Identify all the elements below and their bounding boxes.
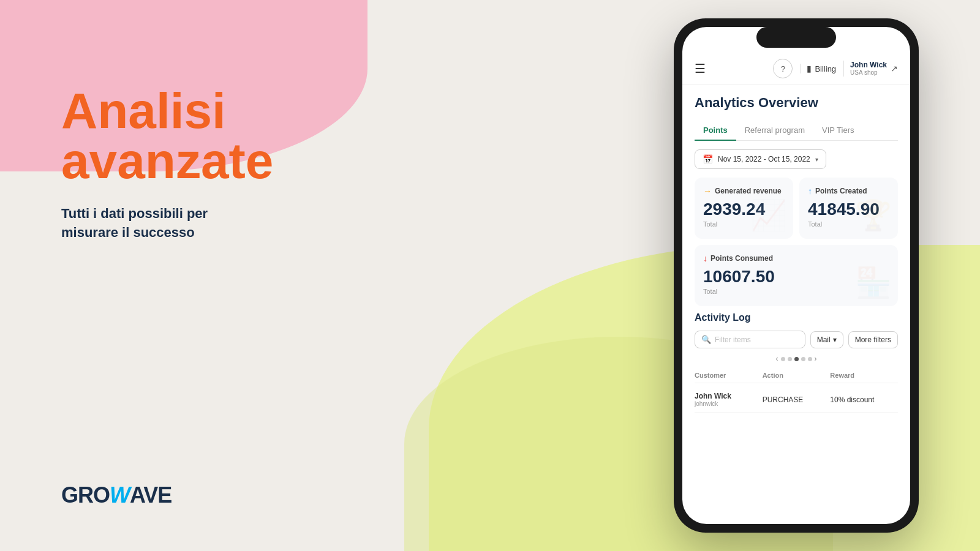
more-filters-button[interactable]: More filters bbox=[848, 331, 898, 348]
dot-3 bbox=[794, 357, 799, 361]
headline: Analisi avanzate bbox=[61, 86, 368, 186]
logo-ave: AVE bbox=[130, 482, 172, 508]
td-customer: John Wick johnwick bbox=[695, 392, 763, 407]
billing-button[interactable]: ▮ Billing bbox=[800, 64, 836, 73]
customer-sub: johnwick bbox=[695, 400, 763, 407]
help-button[interactable]: ? bbox=[773, 59, 793, 78]
menu-icon[interactable]: ☰ bbox=[695, 61, 706, 76]
logo: GROWAVE bbox=[61, 482, 172, 508]
arrow-icon-created: ↑ bbox=[808, 186, 812, 196]
billing-label: Billing bbox=[815, 64, 836, 73]
external-link-icon[interactable]: ↗ bbox=[891, 64, 898, 73]
headline-line1: Analisi bbox=[61, 86, 368, 136]
headline-line2: avanzate bbox=[61, 136, 368, 186]
th-customer: Customer bbox=[695, 372, 763, 379]
left-panel: Analisi avanzate Tutti i dati possibili … bbox=[0, 0, 417, 551]
mail-filter-button[interactable]: Mail ▾ bbox=[810, 331, 843, 348]
analytics-title: Analytics Overview bbox=[695, 95, 898, 111]
billing-icon: ▮ bbox=[807, 64, 812, 73]
th-action: Action bbox=[763, 372, 831, 379]
subheadline: Tutti i dati possibili per misurare il s… bbox=[61, 204, 270, 242]
dot-1 bbox=[781, 357, 785, 361]
search-input-wrap[interactable]: 🔍 Filter items bbox=[695, 331, 805, 348]
subheadline-line2: misurare il successo bbox=[61, 225, 195, 240]
pagination-dots: ‹ › bbox=[695, 354, 898, 363]
stat-card-points-consumed: ↓ Points Consumed 10607.50 Total 🏪 bbox=[695, 245, 898, 306]
arrow-icon-consumed: ↓ bbox=[703, 253, 707, 263]
pagination-prev[interactable]: ‹ bbox=[776, 354, 778, 363]
stats-grid: → Generated revenue 2939.24 Total 📈 ↑ Po… bbox=[695, 178, 898, 239]
search-icon: 🔍 bbox=[701, 335, 711, 344]
stat-label-consumed: Points Consumed bbox=[710, 254, 773, 263]
stat-label-row-consumed: ↓ Points Consumed bbox=[703, 253, 889, 263]
dot-2 bbox=[788, 357, 792, 361]
more-filters-label: More filters bbox=[855, 335, 891, 344]
phone: ☰ ? ▮ Billing John Wick USA shop ↗ bbox=[674, 18, 919, 533]
stat-label-revenue: Generated revenue bbox=[715, 187, 782, 195]
subheadline-line1: Tutti i dati possibili per bbox=[61, 206, 208, 221]
user-name: John Wick bbox=[850, 61, 887, 69]
table-row: John Wick johnwick PURCHASE 10% discount bbox=[695, 387, 898, 413]
td-reward: 10% discount bbox=[830, 395, 898, 404]
tab-referral[interactable]: Referral program bbox=[736, 121, 813, 141]
table-header: Customer Action Reward bbox=[695, 368, 898, 383]
tabs: Points Referral program VIP Tiers bbox=[695, 121, 898, 141]
date-range-label: Nov 15, 2022 - Oct 15, 2022 bbox=[718, 155, 810, 163]
activity-table: Customer Action Reward John Wick johnwic… bbox=[695, 368, 898, 413]
chevron-down-icon: ▾ bbox=[815, 156, 818, 163]
stat-card-points-created: ↑ Points Created 41845.90 Total 🏆 bbox=[799, 178, 898, 239]
watermark-icon-created: 🏆 bbox=[855, 198, 892, 233]
analytics-content: Analytics Overview Points Referral progr… bbox=[682, 85, 910, 524]
th-reward: Reward bbox=[830, 372, 898, 379]
dot-4 bbox=[801, 357, 805, 361]
help-label: ? bbox=[781, 64, 785, 73]
activity-log-title: Activity Log bbox=[695, 312, 898, 323]
customer-name: John Wick bbox=[695, 392, 763, 400]
phone-screen: ☰ ? ▮ Billing John Wick USA shop ↗ bbox=[682, 27, 910, 524]
dot-5 bbox=[808, 357, 812, 361]
stat-label-created: Points Created bbox=[815, 187, 867, 195]
watermark-icon-revenue: 📈 bbox=[750, 198, 787, 233]
calendar-icon: 📅 bbox=[703, 154, 713, 164]
user-shop: USA shop bbox=[850, 69, 887, 77]
tab-vip[interactable]: VIP Tiers bbox=[813, 121, 863, 141]
date-picker[interactable]: 📅 Nov 15, 2022 - Oct 15, 2022 ▾ bbox=[695, 149, 826, 169]
phone-notch bbox=[756, 27, 836, 48]
activity-filters: 🔍 Filter items Mail ▾ More filters bbox=[695, 331, 898, 348]
pagination-next[interactable]: › bbox=[815, 354, 817, 363]
search-placeholder: Filter items bbox=[715, 335, 751, 344]
td-action: PURCHASE bbox=[763, 395, 831, 404]
phone-wrapper: ☰ ? ▮ Billing John Wick USA shop ↗ bbox=[674, 18, 919, 533]
stat-card-generated-revenue: → Generated revenue 2939.24 Total 📈 bbox=[695, 178, 793, 239]
mail-filter-label: Mail bbox=[817, 335, 831, 344]
tab-points[interactable]: Points bbox=[695, 121, 736, 141]
arrow-icon-revenue: → bbox=[703, 186, 712, 196]
logo-gro: GRO bbox=[61, 482, 110, 508]
mail-chevron-icon: ▾ bbox=[833, 335, 837, 344]
user-info: John Wick USA shop ↗ bbox=[843, 61, 898, 77]
logo-wave: W bbox=[110, 482, 130, 508]
watermark-icon-consumed: 🏪 bbox=[855, 266, 892, 300]
stat-label-row-revenue: → Generated revenue bbox=[703, 186, 785, 196]
stat-label-row-created: ↑ Points Created bbox=[808, 186, 889, 196]
logo-text: GROWAVE bbox=[61, 482, 172, 508]
